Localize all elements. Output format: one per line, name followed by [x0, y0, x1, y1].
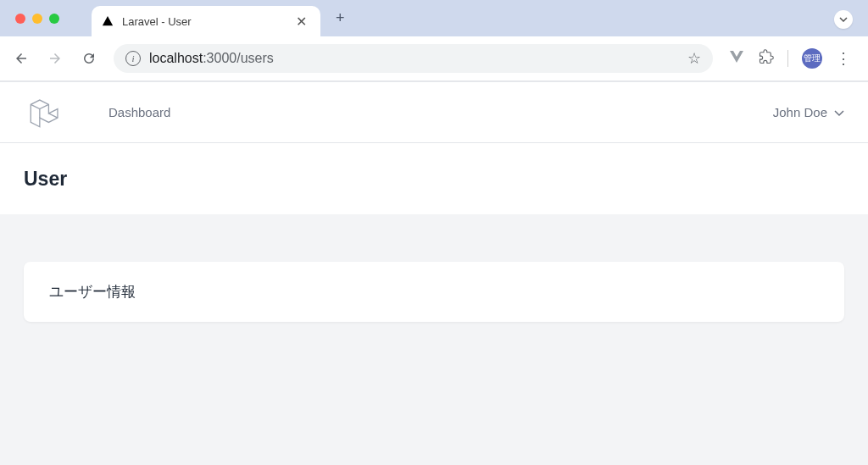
back-button[interactable] — [12, 49, 31, 68]
maximize-window-button[interactable] — [49, 14, 59, 24]
extensions-icon[interactable] — [759, 49, 774, 68]
toolbar-divider — [787, 50, 788, 67]
new-tab-button[interactable]: + — [329, 9, 352, 27]
vue-extension-icon[interactable] — [728, 49, 745, 68]
bookmark-star-icon[interactable]: ☆ — [687, 49, 701, 68]
browser-menu-icon[interactable]: ⋮ — [836, 49, 851, 68]
user-menu-name: John Doe — [773, 105, 827, 119]
minimize-window-button[interactable] — [32, 14, 42, 24]
url-text: localhost:3000/users — [149, 51, 274, 66]
app-header: Dashboard John Doe — [0, 82, 868, 143]
browser-tab-bar: Laravel - User ✕ + — [0, 0, 868, 36]
tabs-dropdown-button[interactable] — [834, 10, 853, 29]
content-area: ユーザー情報 — [0, 214, 868, 465]
browser-address-bar: i localhost:3000/users ☆ 管理 ⋮ — [0, 36, 868, 80]
page-title: User — [24, 168, 67, 191]
vercel-icon — [102, 15, 114, 27]
close-window-button[interactable] — [15, 14, 25, 24]
forward-button[interactable] — [46, 49, 64, 68]
reload-button[interactable] — [80, 49, 98, 68]
browser-tab-active[interactable]: Laravel - User ✕ — [92, 6, 320, 36]
page-title-bar: User — [0, 143, 868, 214]
profile-avatar[interactable]: 管理 — [802, 48, 822, 69]
url-bar[interactable]: i localhost:3000/users ☆ — [114, 44, 713, 73]
nav-dashboard[interactable]: Dashboard — [108, 105, 170, 119]
user-info-card: ユーザー情報 — [24, 262, 844, 322]
chevron-down-icon — [834, 105, 844, 119]
browser-chrome-right — [834, 10, 853, 29]
user-menu[interactable]: John Doe — [773, 105, 844, 119]
browser-toolbar: 管理 ⋮ — [728, 48, 856, 69]
close-tab-icon[interactable]: ✕ — [292, 14, 310, 30]
laravel-logo-icon[interactable] — [24, 91, 66, 134]
card-heading: ユーザー情報 — [49, 282, 819, 302]
window-controls — [0, 14, 59, 24]
site-info-icon[interactable]: i — [125, 51, 141, 66]
tab-title: Laravel - User — [122, 15, 292, 28]
